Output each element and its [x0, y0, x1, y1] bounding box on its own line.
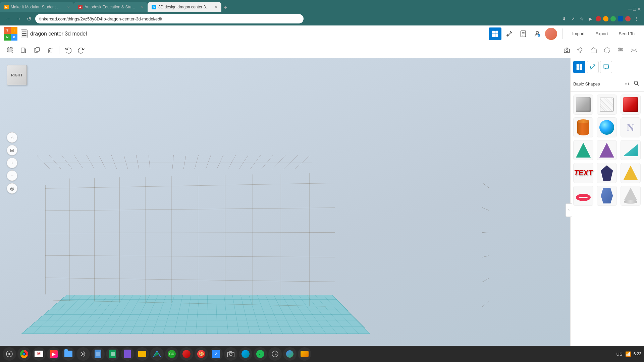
shape-item-text3d[interactable]: TEXT — [573, 163, 593, 183]
tab-bar: M Make It Modular: Student Design... ✕ A… — [0, 0, 644, 12]
taskbar-icon-drive[interactable] — [150, 347, 164, 361]
taskbar-icon-browser[interactable] — [239, 347, 252, 361]
taskbar-icon-camera[interactable] — [224, 347, 237, 361]
reload-button[interactable]: ↺ — [25, 14, 33, 23]
view-angle-button[interactable]: ◎ — [7, 183, 17, 194]
taskbar-icon-forms[interactable] — [121, 347, 134, 361]
shape-item-pyramid-yellow[interactable] — [621, 163, 641, 183]
copy-button[interactable] — [17, 44, 30, 56]
delete-button[interactable] — [44, 44, 56, 56]
tab-1-close[interactable]: ✕ — [67, 5, 70, 9]
shape-item-pyramid-green[interactable] — [573, 140, 593, 160]
home-view-button[interactable]: ⌂ — [7, 132, 17, 143]
sidebar-grid-view-button[interactable] — [573, 61, 585, 73]
menu-icon[interactable]: ☰ — [21, 29, 28, 38]
round-button[interactable] — [601, 44, 613, 56]
shape-item-box-outline[interactable] — [597, 95, 617, 115]
maximize-button[interactable]: □ — [633, 6, 636, 12]
tinkercad-logo[interactable]: T I N K — [4, 27, 17, 41]
shape-item-pyramid-purple[interactable] — [597, 140, 617, 160]
svg-rect-36 — [577, 67, 579, 70]
shape-item-cone[interactable] — [621, 186, 641, 206]
shape-item-diamond[interactable] — [597, 163, 617, 183]
tab-2[interactable]: A Autodesk Education & Student A... ✕ — [74, 2, 148, 12]
taskbar-icon-play[interactable]: ▶ — [47, 347, 60, 361]
taskbar-icon-docs[interactable] — [91, 347, 105, 361]
settings-icon[interactable]: ⋮ — [633, 15, 640, 22]
extension-icon-1[interactable]: ▶ — [587, 15, 594, 22]
camera-button[interactable] — [561, 44, 573, 56]
minimize-button[interactable]: ─ — [628, 6, 632, 12]
view-cube[interactable]: RIGHT — [7, 65, 34, 95]
docs-button[interactable] — [517, 27, 530, 40]
taskbar-icon-extension1[interactable] — [180, 347, 193, 361]
grid-view-button[interactable] — [489, 27, 501, 40]
taskbar-icon-clock[interactable] — [268, 347, 282, 361]
align-button[interactable] — [614, 44, 627, 56]
left-side-controls: ⌂ ⊞ + − ◎ — [7, 132, 17, 194]
sidebar-notes-button[interactable] — [600, 61, 612, 73]
shape-item-wedge[interactable] — [621, 140, 641, 160]
select-all-button[interactable] — [4, 44, 16, 56]
light-button[interactable] — [574, 44, 586, 56]
taskbar-icon-paint[interactable]: 🎨 — [195, 347, 208, 361]
category-dropdown-icon[interactable]: ⬆⬇ — [625, 82, 630, 86]
ext-icon-red2[interactable] — [625, 16, 631, 21]
mirror-button[interactable] — [628, 44, 640, 56]
forward-button[interactable]: → — [15, 14, 23, 23]
taskbar-system-icon[interactable] — [3, 347, 16, 361]
taskbar-icon-gmail[interactable]: M — [32, 347, 46, 361]
zoom-in-button[interactable]: + — [7, 158, 17, 168]
ext-icon-red[interactable] — [596, 16, 601, 21]
tab-2-close[interactable]: ✕ — [141, 5, 144, 9]
tab-1[interactable]: M Make It Modular: Student Design... ✕ — [0, 2, 74, 12]
close-button[interactable]: ✕ — [637, 6, 641, 12]
ext-icon-blue[interactable] — [618, 16, 623, 21]
import-button[interactable]: Import — [567, 28, 590, 39]
taskbar-icon-wallet[interactable] — [298, 347, 311, 361]
taskbar-icon-chrome[interactable] — [17, 347, 31, 361]
fit-view-button[interactable]: ⊞ — [7, 145, 17, 156]
duplicate-button[interactable] — [31, 44, 43, 56]
back-button[interactable]: ← — [4, 14, 12, 23]
export-button[interactable]: Export — [590, 28, 613, 39]
ext-icon-green[interactable] — [610, 16, 616, 21]
taskbar-icon-zoom[interactable]: Z — [209, 347, 223, 361]
taskbar-icon-sheets[interactable] — [106, 347, 119, 361]
tab-3[interactable]: 3 3D design dragon center 3d mod... ✕ — [148, 2, 221, 12]
system-tray: US 📶 6:23 — [616, 351, 641, 357]
shape-button[interactable] — [588, 44, 600, 56]
taskbar-icon-ccleaner[interactable]: CC — [165, 347, 178, 361]
shape-item-sphere[interactable] — [597, 117, 617, 137]
tab-3-close[interactable]: ✕ — [215, 5, 217, 9]
taskbar-icon-slides[interactable] — [136, 347, 149, 361]
shape-item-cylinder[interactable] — [573, 117, 593, 137]
bookmark-icon[interactable]: ☆ — [578, 15, 585, 22]
sidebar-measure-button[interactable] — [587, 61, 599, 73]
taskbar-icon-spotify[interactable]: ♫ — [254, 347, 267, 361]
shape-item-prism[interactable] — [597, 186, 617, 206]
viewport[interactable]: RIGHT ⌂ ⊞ + − ◎ Edit — [0, 58, 570, 362]
shape-item-torus[interactable] — [573, 186, 593, 206]
zoom-out-button[interactable]: − — [7, 170, 17, 181]
redo-button[interactable] — [75, 44, 88, 56]
profile-button[interactable]: + — [531, 27, 544, 40]
svg-text:+: + — [538, 34, 540, 37]
share-icon[interactable]: ↗ — [570, 15, 576, 22]
new-tab-button[interactable]: + — [221, 3, 230, 12]
tools-button[interactable] — [503, 27, 516, 40]
taskbar-icon-settings[interactable] — [76, 347, 90, 361]
round-icon — [604, 47, 610, 54]
taskbar-icon-maps[interactable] — [283, 347, 297, 361]
user-avatar[interactable] — [545, 28, 557, 40]
shape-item-box-red[interactable] — [621, 95, 641, 115]
download-icon[interactable]: ⬇ — [561, 15, 568, 22]
shape-item-letter-n[interactable]: N — [621, 117, 641, 137]
shape-item-box-solid[interactable] — [573, 95, 593, 115]
shape-search-button[interactable] — [631, 79, 641, 89]
send-to-button[interactable]: Send To — [613, 28, 640, 39]
undo-button[interactable] — [62, 44, 74, 56]
address-input[interactable] — [35, 14, 304, 23]
taskbar-icon-files[interactable] — [62, 347, 75, 361]
ext-icon-orange[interactable] — [603, 16, 608, 21]
